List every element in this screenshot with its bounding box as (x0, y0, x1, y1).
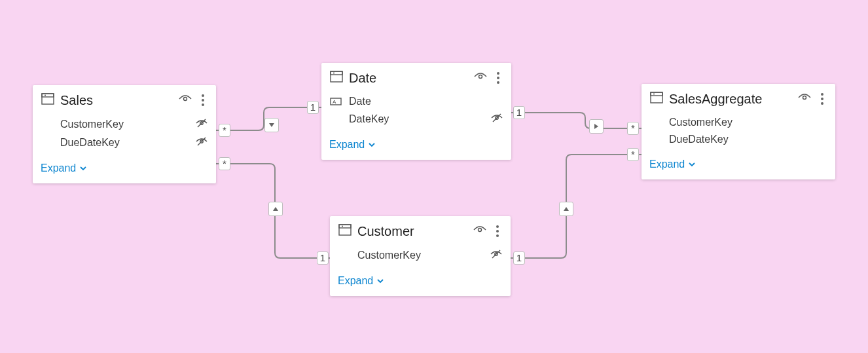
field-name: DueDateKey (60, 137, 195, 149)
filter-direction-icon (559, 202, 573, 216)
more-options-icon[interactable] (817, 92, 827, 106)
table-title: Sales (60, 93, 173, 108)
svg-rect-13 (331, 71, 342, 75)
cardinality-many: * (219, 157, 230, 170)
table-title: Date (349, 71, 468, 86)
table-icon (329, 69, 344, 86)
svg-marker-2 (594, 124, 598, 129)
table-card-salesaggregate[interactable]: SalesAggregate CustomerKey DueDateKey Ex… (642, 84, 835, 179)
expand-label: Expand (338, 275, 373, 287)
table-field[interactable]: DateKey (321, 110, 511, 128)
svg-rect-4 (42, 94, 54, 104)
svg-text:A: A (333, 99, 336, 105)
table-card-sales[interactable]: Sales CustomerKey DueDateKey (33, 85, 216, 183)
hidden-icon (195, 136, 208, 149)
card-header: Sales (33, 85, 216, 113)
visibility-icon[interactable] (473, 71, 488, 85)
field-name: CustomerKey (60, 119, 195, 130)
more-options-icon[interactable] (492, 224, 503, 238)
expand-button[interactable]: Expand (330, 269, 511, 296)
table-field[interactable]: CustomerKey (642, 114, 835, 131)
filter-direction-icon (268, 202, 283, 216)
cardinality-many: * (627, 122, 639, 135)
expand-label: Expand (41, 162, 76, 174)
svg-rect-26 (651, 92, 662, 103)
field-name: CustomerKey (357, 250, 490, 261)
cardinality-one: 1 (307, 101, 319, 114)
svg-rect-21 (339, 225, 351, 228)
expand-button[interactable]: Expand (321, 132, 511, 160)
filter-direction-icon (589, 119, 604, 134)
hidden-icon (195, 118, 208, 131)
text-field-icon: A (329, 97, 342, 106)
svg-point-23 (479, 229, 482, 232)
more-options-icon[interactable] (198, 93, 208, 107)
filter-direction-icon (264, 118, 279, 132)
svg-marker-1 (273, 207, 278, 211)
svg-point-6 (45, 95, 46, 96)
visibility-icon[interactable] (473, 224, 487, 238)
table-field[interactable]: DueDateKey (33, 134, 216, 152)
field-list: A Date DateKey (321, 90, 511, 132)
table-title: SalesAggregate (669, 92, 792, 107)
svg-rect-27 (651, 92, 662, 96)
cardinality-one: 1 (513, 106, 525, 119)
table-title: Customer (357, 224, 467, 239)
card-header: Date (321, 63, 511, 90)
table-card-customer[interactable]: Customer CustomerKey Expand (330, 216, 511, 296)
cardinality-one: 1 (513, 251, 525, 265)
table-icon (649, 90, 664, 107)
table-card-date[interactable]: Date A Date DateKey Expand (321, 63, 511, 160)
chevron-down-icon (376, 276, 385, 286)
visibility-icon[interactable] (797, 92, 812, 106)
visibility-icon[interactable] (178, 93, 192, 107)
cardinality-one: 1 (317, 251, 329, 265)
expand-button[interactable]: Expand (33, 156, 216, 183)
table-icon (41, 92, 55, 109)
card-header: Customer (330, 216, 511, 244)
svg-point-29 (803, 96, 806, 100)
svg-point-14 (333, 73, 335, 74)
cardinality-many: * (627, 148, 639, 161)
field-name: DueDateKey (669, 134, 827, 145)
chevron-down-icon (367, 140, 376, 149)
field-list: CustomerKey DueDateKey (642, 111, 835, 152)
chevron-down-icon (79, 164, 88, 173)
cardinality-many: * (219, 124, 230, 137)
field-name: CustomerKey (669, 117, 827, 128)
svg-marker-0 (269, 123, 274, 127)
field-name: Date (349, 96, 503, 107)
card-header: SalesAggregate (642, 84, 835, 111)
svg-point-28 (653, 94, 655, 95)
model-canvas[interactable]: * 1 * 1 1 * 1 * Sales Cus (0, 0, 868, 353)
table-field[interactable]: DueDateKey (642, 131, 835, 148)
svg-point-7 (184, 98, 187, 101)
svg-marker-3 (564, 207, 569, 211)
svg-rect-5 (42, 94, 54, 97)
svg-rect-12 (331, 71, 342, 82)
field-list: CustomerKey DueDateKey (33, 113, 216, 156)
field-list: CustomerKey (330, 244, 511, 269)
svg-point-15 (479, 75, 482, 79)
chevron-down-icon (687, 160, 696, 169)
expand-button[interactable]: Expand (642, 152, 835, 179)
expand-label: Expand (329, 139, 365, 151)
expand-label: Expand (649, 158, 685, 170)
hidden-icon (490, 113, 503, 126)
table-field[interactable]: A Date (321, 93, 511, 110)
table-field[interactable]: CustomerKey (33, 115, 216, 134)
table-icon (338, 223, 352, 240)
table-field[interactable]: CustomerKey (330, 246, 511, 265)
field-name: DateKey (349, 113, 490, 125)
more-options-icon[interactable] (493, 71, 503, 85)
svg-point-22 (342, 226, 343, 227)
hidden-icon (490, 249, 503, 262)
svg-rect-20 (339, 225, 351, 235)
